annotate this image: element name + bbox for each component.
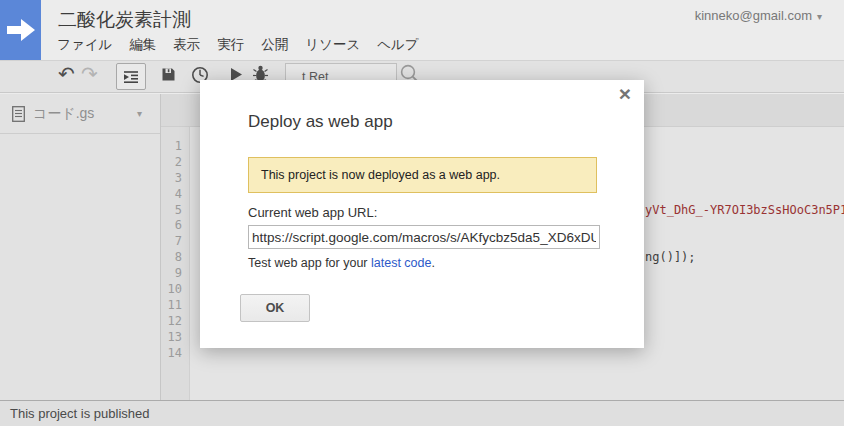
line-number: 13 <box>161 330 189 346</box>
menu-item-4[interactable]: 公開 <box>261 36 288 54</box>
arrow-right-icon <box>7 17 35 43</box>
account-menu[interactable]: kinneko@gmail.com▾ <box>695 8 822 23</box>
line-number: 14 <box>161 346 189 362</box>
test-web-app-text: Test web app for your latest code. <box>248 256 435 270</box>
menu-item-5[interactable]: リソース <box>305 36 360 54</box>
project-title[interactable]: 二酸化炭素計測 <box>58 7 191 33</box>
file-item-code-gs[interactable]: コード.gs ▾ <box>0 94 160 134</box>
file-caret-down-icon: ▾ <box>137 108 142 119</box>
dialog-title: Deploy as web app <box>248 112 393 132</box>
apps-script-logo <box>0 0 41 60</box>
latest-code-link[interactable]: latest code <box>371 256 431 270</box>
menu-item-0[interactable]: ファイル <box>57 36 112 54</box>
menubar: ファイル編集表示実行公開リソースヘルプ <box>57 36 419 54</box>
menu-item-1[interactable]: 編集 <box>129 36 156 54</box>
files-sidebar: コード.gs ▾ <box>0 94 161 400</box>
deploy-success-banner: This project is now deployed as a web ap… <box>248 157 597 193</box>
line-number: 3 <box>161 171 189 187</box>
line-number: 4 <box>161 187 189 203</box>
line-number: 8 <box>161 250 189 266</box>
menu-item-2[interactable]: 表示 <box>173 36 200 54</box>
deploy-dialog: × Deploy as web app This project is now … <box>200 80 644 348</box>
indent-button[interactable] <box>116 63 146 90</box>
line-number: 1 <box>161 139 189 155</box>
web-app-url-label: Current web app URL: <box>248 205 377 220</box>
status-bar: This project is published <box>0 400 844 426</box>
line-number: 10 <box>161 282 189 298</box>
close-icon[interactable]: × <box>619 82 631 106</box>
redo-icon[interactable]: ↷ <box>81 63 98 85</box>
ok-button[interactable]: OK <box>240 294 310 322</box>
code-line-8: ng()]); <box>645 250 696 266</box>
caret-down-icon: ▾ <box>817 11 822 22</box>
save-icon[interactable] <box>161 67 176 82</box>
status-text: This project is published <box>10 406 149 421</box>
menu-item-3[interactable]: 実行 <box>217 36 244 54</box>
line-number-gutter: 1234567891011121314 <box>161 127 190 400</box>
account-email: kinneko@gmail.com <box>695 8 812 23</box>
file-icon <box>12 106 25 122</box>
line-number: 5 <box>161 203 189 219</box>
line-number: 9 <box>161 266 189 282</box>
test-text-suffix: . <box>431 256 434 270</box>
menu-item-6[interactable]: ヘルプ <box>377 36 418 54</box>
code-line-5: yVt_DhG_-YR7OI3bzSsHOoC3n5P1 <box>645 203 844 219</box>
line-number: 7 <box>161 234 189 250</box>
header: 二酸化炭素計測 kinneko@gmail.com▾ ファイル編集表示実行公開リ… <box>0 0 844 60</box>
file-name-label: コード.gs <box>33 105 94 123</box>
test-text-prefix: Test web app for your <box>248 256 371 270</box>
line-number: 11 <box>161 298 189 314</box>
web-app-url-input[interactable] <box>248 225 600 249</box>
line-number: 2 <box>161 155 189 171</box>
undo-icon[interactable]: ↶ <box>58 63 75 85</box>
indent-icon <box>123 69 139 85</box>
line-number: 12 <box>161 314 189 330</box>
line-number: 6 <box>161 218 189 234</box>
apps-script-editor: 二酸化炭素計測 kinneko@gmail.com▾ ファイル編集表示実行公開リ… <box>0 0 844 426</box>
